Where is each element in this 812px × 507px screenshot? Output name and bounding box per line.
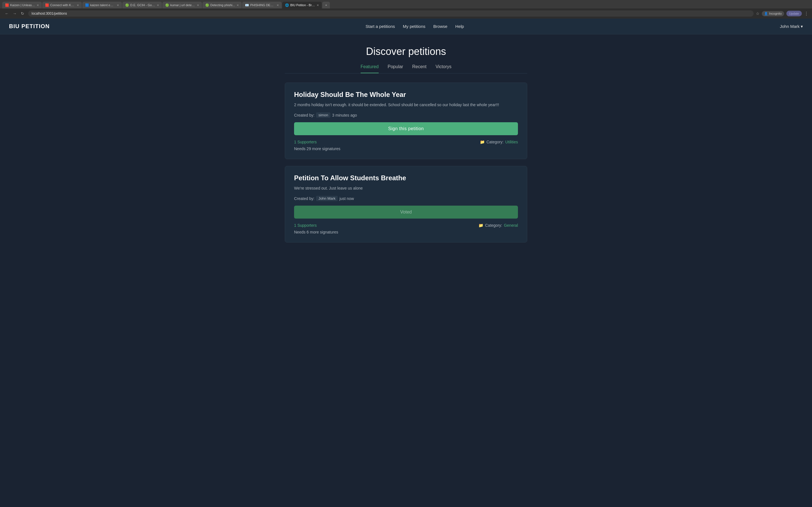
- folder-icon-1: 📁: [480, 140, 485, 144]
- petition-footer-2: 1 Supporters 📁 Category: General: [294, 223, 518, 228]
- petition-description-1: 2 months holiday isn't enough. it should…: [294, 102, 518, 108]
- tab-close-icon[interactable]: ✕: [276, 4, 279, 7]
- tab-kaizen-unleash[interactable]: 🟥 Kaizen | Unleashi... ✕: [2, 2, 42, 8]
- tab-recent[interactable]: Recent: [412, 64, 426, 73]
- browser-tabs: 🟥 Kaizen | Unleashi... ✕ 🟥 Connect with …: [0, 0, 812, 8]
- petition-card-2: Petition To Allow Students Breathe We're…: [285, 166, 527, 242]
- category-info-2: 📁 Category: General: [478, 223, 518, 228]
- tab-label: PHISHING DETEC...: [250, 3, 275, 7]
- update-button[interactable]: Update: [786, 11, 802, 16]
- tab-biu-petition[interactable]: 🌐 BIU Petiton - Bro... ✕: [282, 2, 322, 8]
- supporters-count-link-1[interactable]: 1 Supporters: [294, 140, 317, 144]
- tab-detecting-phish[interactable]: 🟢 Detecting phishi... ✕: [202, 2, 242, 8]
- tab-close-icon[interactable]: ✕: [77, 4, 79, 7]
- app-navbar: BIU PETITION Start a petitions My petiti…: [0, 18, 812, 34]
- tab-favicon: 🟢: [205, 3, 209, 7]
- tab-kaizen-talent[interactable]: 🟦 kaizen talent edit... ✕: [82, 2, 122, 8]
- tab-phishing-detect[interactable]: 📧 PHISHING DETEC... ✕: [242, 2, 282, 8]
- voted-button-2: Voted: [294, 206, 518, 219]
- creator-badge-2: John Mark: [316, 196, 338, 201]
- nav-help[interactable]: Help: [455, 24, 464, 29]
- petition-title-2: Petition To Allow Students Breathe: [294, 174, 518, 182]
- page-title: Discover petitions: [285, 46, 527, 57]
- nav-buttons: ← → ↻: [3, 10, 26, 17]
- tab-favicon: 🟢: [165, 3, 168, 7]
- nav-browse[interactable]: Browse: [434, 24, 448, 29]
- category-link-2[interactable]: General: [504, 223, 518, 228]
- tabs-container: Featured Popular Recent Victorys: [285, 64, 527, 73]
- tab-label: kumar j url detec...: [170, 3, 195, 7]
- petition-time-2: just now: [340, 196, 354, 201]
- tab-featured[interactable]: Featured: [361, 64, 378, 73]
- tab-kumar-url[interactable]: 🟢 kumar j url detec... ✕: [162, 2, 202, 8]
- tab-close-icon[interactable]: ✕: [157, 4, 159, 7]
- tab-favicon: 🟢: [125, 3, 129, 7]
- url-bar[interactable]: [28, 10, 754, 17]
- app-logo: BIU PETITION: [9, 23, 50, 30]
- petition-card-1: Holiday Should Be The Whole Year 2 month…: [285, 82, 527, 159]
- tab-label: D.E. GCIH - Goog...: [130, 3, 155, 7]
- app-nav-links: Start a petitions My petitions Browse He…: [366, 24, 464, 29]
- tab-favicon: 🟦: [85, 3, 89, 7]
- folder-icon-2: 📁: [478, 223, 483, 228]
- supporters-2: 1 Supporters: [294, 223, 317, 228]
- nav-my-petitions[interactable]: My petitions: [403, 24, 425, 29]
- needs-signatures-1: Needs 29 more signatures: [294, 147, 518, 151]
- new-tab-button[interactable]: +: [322, 2, 329, 8]
- back-button[interactable]: ←: [3, 10, 10, 17]
- nav-start-petitions[interactable]: Start a petitions: [366, 24, 395, 29]
- creator-badge-1: simon: [316, 112, 331, 118]
- petition-meta-2: Created by: John Mark just now: [294, 196, 518, 201]
- browser-chrome: 🟥 Kaizen | Unleashi... ✕ 🟥 Connect with …: [0, 0, 812, 18]
- petition-meta-1: Created by: simon 3 minutes ago: [294, 112, 518, 118]
- tab-label: kaizen talent edit...: [90, 3, 115, 7]
- tab-close-icon[interactable]: ✕: [237, 4, 239, 7]
- reload-button[interactable]: ↻: [19, 10, 26, 17]
- tab-close-icon[interactable]: ✕: [117, 4, 119, 7]
- petition-description-2: We're stressed out. Just leave us alone: [294, 185, 518, 191]
- category-label-1: Category:: [486, 140, 504, 144]
- tab-connect-kai[interactable]: 🟥 Connect with Kai... ✕: [42, 2, 82, 8]
- tab-gcih[interactable]: 🟢 D.E. GCIH - Goog... ✕: [122, 2, 162, 8]
- user-dropdown-icon: ▾: [801, 24, 803, 29]
- tab-favicon: 🌐: [285, 3, 289, 7]
- created-by-label-2: Created by:: [294, 196, 314, 201]
- incognito-profile[interactable]: 👤 Incognito: [762, 11, 784, 16]
- petition-time-1: 3 minutes ago: [332, 113, 357, 117]
- user-name: John Mark: [780, 24, 800, 29]
- browser-actions: ☆ 👤 Incognito Update ⋮: [756, 11, 809, 16]
- category-info-1: 📁 Category: Utilities: [480, 140, 518, 144]
- supporters-1: 1 Supporters: [294, 140, 317, 144]
- tab-favicon: 📧: [245, 3, 248, 7]
- supporters-count-link-2[interactable]: 1 Supporters: [294, 223, 317, 228]
- forward-button[interactable]: →: [11, 10, 18, 17]
- tab-close-icon[interactable]: ✕: [197, 4, 199, 7]
- tab-label: Connect with Kai...: [50, 3, 75, 7]
- bookmark-icon[interactable]: ☆: [756, 11, 760, 16]
- tab-label: Detecting phishi...: [210, 3, 235, 7]
- tab-close-icon[interactable]: ✕: [37, 4, 39, 7]
- tab-favicon: 🟥: [45, 3, 49, 7]
- user-menu[interactable]: John Mark ▾: [780, 24, 803, 29]
- petition-footer-1: 1 Supporters 📁 Category: Utilities: [294, 140, 518, 144]
- sign-petition-button-1[interactable]: Sign this petition: [294, 122, 518, 135]
- browser-menu-icon[interactable]: ⋮: [804, 11, 809, 16]
- petition-title-1: Holiday Should Be The Whole Year: [294, 91, 518, 99]
- category-label-2: Category:: [485, 223, 502, 228]
- tab-favicon: 🟥: [5, 3, 8, 7]
- tab-close-icon[interactable]: ✕: [317, 4, 319, 7]
- tab-victorys[interactable]: Victorys: [436, 64, 452, 73]
- incognito-icon: 👤: [764, 12, 768, 15]
- tab-label: BIU Petiton - Bro...: [290, 3, 315, 7]
- created-by-label-1: Created by:: [294, 113, 314, 117]
- address-bar: ← → ↻ ☆ 👤 Incognito Update ⋮: [0, 8, 812, 18]
- tab-label: Kaizen | Unleashi...: [10, 3, 35, 7]
- needs-signatures-2: Needs 6 more signatures: [294, 230, 518, 234]
- category-link-1[interactable]: Utilities: [505, 140, 518, 144]
- tab-popular[interactable]: Popular: [388, 64, 403, 73]
- main-content: Discover petitions Featured Popular Rece…: [279, 34, 533, 261]
- incognito-label: Incognito: [769, 12, 782, 15]
